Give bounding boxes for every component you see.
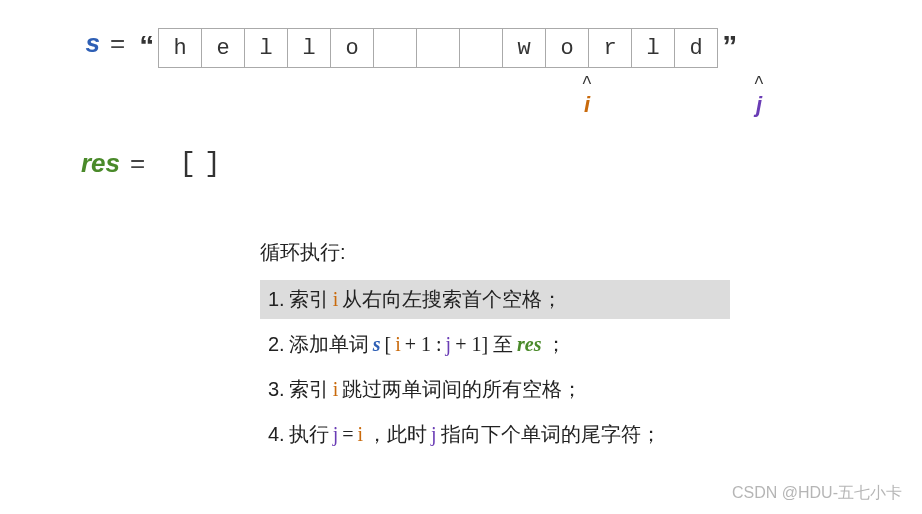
pointer-label-row: ij (221, 92, 862, 118)
char-cell: w (502, 28, 546, 68)
pointer-j: j (737, 92, 781, 118)
char-cell: o (545, 28, 589, 68)
char-cell: l (287, 28, 331, 68)
step-item: 2. 添加单词 s[i + 1 : j + 1] 至 res ； (260, 325, 730, 364)
var-i: i (333, 288, 339, 311)
var-i: i (358, 423, 364, 446)
step-item: 3. 索引 i 跳过两单词间的所有空格； (260, 370, 730, 409)
step-number: 4. (268, 423, 285, 446)
var-j: j (446, 333, 452, 356)
char-cell: l (631, 28, 675, 68)
char-cell: e (201, 28, 245, 68)
var-j: j (333, 423, 339, 446)
pointer-i: i (565, 92, 609, 118)
caret-icon: ^ (737, 74, 781, 92)
close-quote: ” (722, 28, 737, 64)
var-s: s (60, 28, 100, 59)
var-i: i (333, 378, 339, 401)
watermark: CSDN @HDU-五七小卡 (732, 483, 902, 504)
open-quote: “ (139, 28, 154, 64)
char-cell: h (158, 28, 202, 68)
step-item: 1. 索引 i 从右向左搜索首个空格； (260, 280, 730, 319)
var-j: j (431, 423, 437, 446)
char-cell: d (674, 28, 718, 68)
var-i: i (395, 333, 401, 356)
equals-sign: = (110, 28, 125, 59)
char-cell: r (588, 28, 632, 68)
string-row: s = “ helloworld ” (60, 28, 862, 68)
char-cell (416, 28, 460, 68)
var-s: s (373, 333, 381, 356)
char-cell (373, 28, 417, 68)
equals-sign: = (130, 148, 145, 179)
char-cell (459, 28, 503, 68)
step-item: 4. 执行 j = i，此时 j 指向下个单词的尾字符； (260, 415, 730, 454)
var-res: res (517, 333, 541, 356)
step-number: 3. (268, 378, 285, 401)
steps-list: 1. 索引 i 从右向左搜索首个空格；2. 添加单词 s[i + 1 : j +… (260, 280, 862, 454)
char-cell: l (244, 28, 288, 68)
char-cells: helloworld (158, 28, 718, 68)
step-number: 1. (268, 288, 285, 311)
var-res: res (60, 148, 120, 179)
steps-title: 循环执行: (260, 239, 862, 266)
res-row: res = [] (60, 148, 862, 179)
char-cell: o (330, 28, 374, 68)
step-number: 2. (268, 333, 285, 356)
caret-row: ^^ (221, 74, 862, 92)
steps-block: 循环执行: 1. 索引 i 从右向左搜索首个空格；2. 添加单词 s[i + 1… (260, 239, 862, 454)
caret-icon: ^ (565, 74, 609, 92)
res-value: [] (179, 148, 229, 179)
